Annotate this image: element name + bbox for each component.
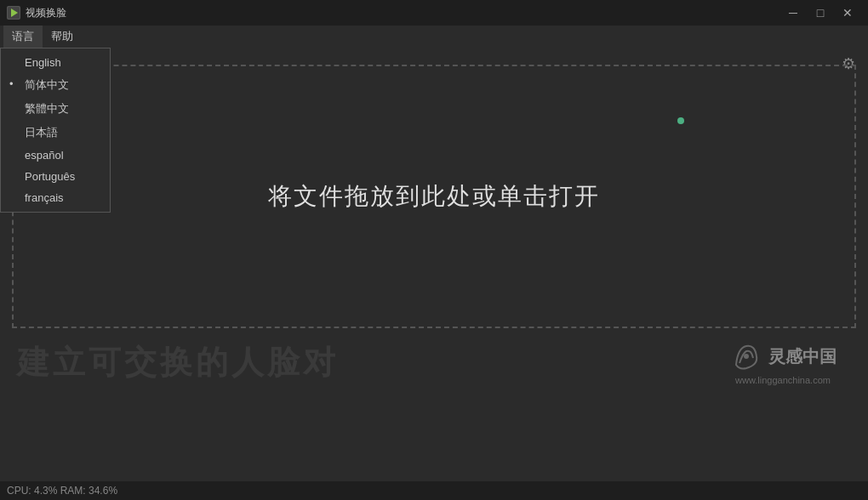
menu-help[interactable]: 帮助 <box>43 26 82 48</box>
status-bar: CPU: 4.3% RAM: 34.6% <box>0 481 868 500</box>
lang-spanish[interactable]: español <box>1 145 110 166</box>
app-title: 视频换脸 <box>26 6 66 20</box>
logo-name: 灵感中国 <box>768 345 837 368</box>
logo-url: www.lingganchina.com <box>735 375 831 385</box>
close-button[interactable]: ✕ <box>834 0 861 26</box>
status-text: CPU: 4.3% RAM: 34.6% <box>7 485 117 497</box>
drop-zone-label: 将文件拖放到此处或单击打开 <box>268 180 600 213</box>
drop-zone[interactable]: 将文件拖放到此处或单击打开 <box>12 65 856 328</box>
window-controls: ─ □ ✕ <box>779 0 861 26</box>
logo-icon: 灵感中国 <box>729 339 837 373</box>
title-bar-left: 视频换脸 <box>7 6 66 20</box>
maximize-button[interactable]: □ <box>807 0 834 26</box>
language-dropdown: English 简体中文 繁體中文 日本語 español Português … <box>0 48 111 213</box>
lang-english[interactable]: English <box>1 52 110 73</box>
menu-language[interactable]: 语言 <box>3 26 43 48</box>
menu-bar: 语言 帮助 English 简体中文 繁體中文 日本語 español Port… <box>0 26 868 48</box>
minimize-button[interactable]: ─ <box>779 0 807 26</box>
lang-japanese[interactable]: 日本語 <box>1 121 110 145</box>
lang-french[interactable]: français <box>1 187 110 208</box>
lang-portuguese[interactable]: Português <box>1 166 110 187</box>
logo-svg <box>729 339 763 373</box>
title-bar: 视频换脸 ─ □ ✕ <box>0 0 868 26</box>
watermark-area: 建立可交换的人脸对 灵感中国 www.lingganchina.com <box>0 328 868 396</box>
app-icon <box>7 6 20 20</box>
lang-traditional-chinese[interactable]: 繁體中文 <box>1 97 110 121</box>
main-area: ⚙ 将文件拖放到此处或单击打开 建立可交换的人脸对 灵感中国 www.lingg… <box>0 48 868 481</box>
watermark-text: 建立可交换的人脸对 <box>17 341 339 384</box>
svg-point-2 <box>744 354 749 359</box>
status-dot <box>677 117 684 124</box>
lang-simplified-chinese[interactable]: 简体中文 <box>1 73 110 97</box>
logo-area: 灵感中国 www.lingganchina.com <box>715 339 851 385</box>
